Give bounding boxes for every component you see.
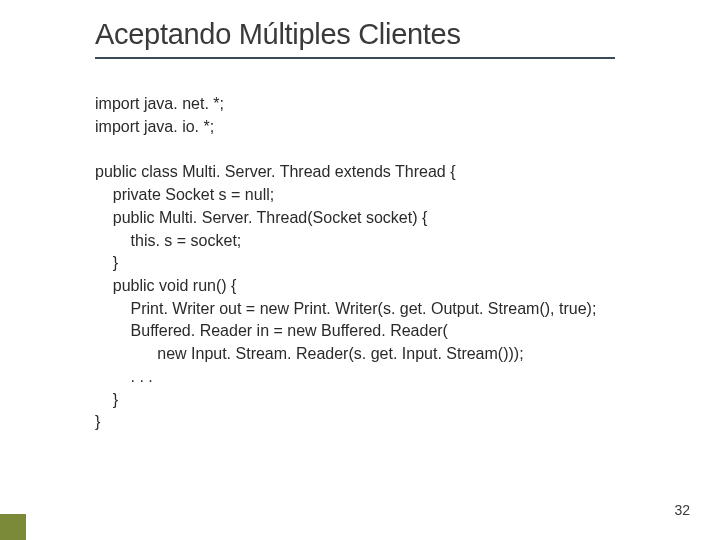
page-number: 32 — [674, 502, 690, 518]
accent-decoration — [0, 514, 26, 540]
code-line: new Input. Stream. Reader(s. get. Input.… — [95, 343, 720, 366]
code-line: } — [95, 252, 720, 275]
code-line: private Socket s = null; — [95, 184, 720, 207]
code-line: . . . — [95, 366, 720, 389]
slide-title: Aceptando Múltiples Clientes — [95, 18, 720, 51]
code-line: public class Multi. Server. Thread exten… — [95, 161, 720, 184]
code-line: this. s = socket; — [95, 230, 720, 253]
code-line: public Multi. Server. Thread(Socket sock… — [95, 207, 720, 230]
blank-line — [95, 138, 720, 161]
code-line: } — [95, 389, 720, 412]
title-underline — [95, 57, 615, 59]
code-block: import java. net. *; import java. io. *;… — [95, 93, 720, 434]
code-line: import java. io. *; — [95, 116, 720, 139]
code-line: import java. net. *; — [95, 93, 720, 116]
slide: Aceptando Múltiples Clientes import java… — [0, 0, 720, 540]
code-line: Buffered. Reader in = new Buffered. Read… — [95, 320, 720, 343]
code-line: } — [95, 411, 720, 434]
code-line: Print. Writer out = new Print. Writer(s.… — [95, 298, 720, 321]
code-line: public void run() { — [95, 275, 720, 298]
